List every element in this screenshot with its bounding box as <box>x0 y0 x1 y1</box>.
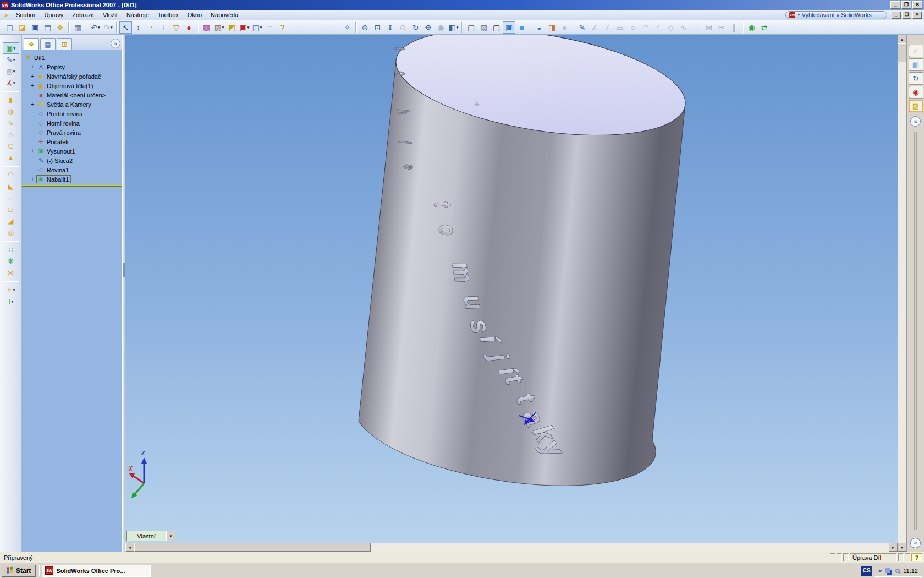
lofted-boss-button[interactable]: ∩ <box>3 129 19 140</box>
sketch-fillet-button[interactable]: ◜ <box>652 21 664 34</box>
taskbar-window-button[interactable]: SW SolidWorks Office Pro... <box>42 565 151 577</box>
minimize-button[interactable]: _ <box>890 1 900 9</box>
tree-item-vysunout1[interactable]: +▣Vysunout1 <box>22 146 122 156</box>
menu-soubor[interactable]: Soubor <box>12 10 40 19</box>
cylinder-model[interactable]: t o h l e t o m u s í j í t t <box>359 35 692 486</box>
scroll-left-button[interactable]: ◄ <box>125 543 134 552</box>
undo-button[interactable]: ↶▾ <box>89 21 102 34</box>
undo-dropdown-icon[interactable]: ▾ <box>98 25 100 30</box>
tree-item-skica2[interactable]: ✎(-) Skica2 <box>22 156 122 165</box>
propertymanager-tab[interactable]: ▤ <box>40 38 56 50</box>
menu-zobrazit[interactable]: Zobrazit <box>68 10 98 19</box>
section-view-button[interactable]: ◨ <box>546 21 558 34</box>
scroll-up-button[interactable]: ▲ <box>898 35 906 43</box>
sketch-button[interactable]: ✎ <box>576 21 588 34</box>
rollback-bar[interactable] <box>22 185 122 187</box>
tree-item-horni-rovina[interactable]: ◇Horní rovina <box>22 118 122 128</box>
shell-button[interactable]: □ <box>3 204 19 215</box>
vertical-scroll-track[interactable] <box>898 62 906 543</box>
select-button[interactable]: ↖ <box>119 21 132 34</box>
view-orientation-value[interactable]: Vlastní <box>127 531 166 541</box>
extruded-cut-button[interactable]: C <box>3 140 19 152</box>
zoom-to-selection-button[interactable]: ⊙ <box>397 21 409 34</box>
edrawings-button[interactable]: ◉ <box>745 21 758 34</box>
menu-vlozit[interactable]: Vložit <box>98 10 122 19</box>
appearances-scenes-tab[interactable]: ▨ <box>909 100 923 112</box>
tree-item-material[interactable]: ≡Materiál <není určen> <box>22 90 122 100</box>
solidworks-search-box[interactable]: SW ▾ Vyhledávání v SolidWorks <box>785 11 887 19</box>
texture-button[interactable]: ▨▾ <box>213 21 226 34</box>
reference-geometry-button[interactable]: ✧▾ <box>3 284 19 296</box>
make-drawing-button[interactable]: ▤ <box>41 21 54 34</box>
mdi-restore-button[interactable]: ❐ <box>902 12 911 19</box>
view-orientation-dropdown[interactable]: ▾ <box>166 531 175 541</box>
tree-item-predni-rovina[interactable]: ◇Přední rovina <box>22 109 122 118</box>
network-tray-icon[interactable] <box>885 568 890 573</box>
fillet-button[interactable]: ◠ <box>3 169 19 181</box>
pan-button[interactable]: ✥ <box>422 21 435 34</box>
draft-button[interactable]: ◢ <box>3 215 19 227</box>
featuremanager-tab[interactable]: ❖ <box>24 38 39 50</box>
tree-item-popisy[interactable]: +APopisy <box>22 62 122 72</box>
scroll-right-button[interactable]: ► <box>889 543 898 552</box>
wireframe-button[interactable]: ▢ <box>465 21 477 34</box>
scroll-down-button[interactable]: ▼ <box>898 543 906 552</box>
horizontal-scroll-thumb[interactable] <box>134 543 371 552</box>
taskbar-clock[interactable]: 11:12 <box>903 568 918 574</box>
configurationmanager-tab[interactable]: ⊞ <box>57 38 72 50</box>
appearance-button[interactable]: ▩ <box>200 21 213 34</box>
dome-button[interactable]: ▲ <box>3 152 19 163</box>
features-flyout-button[interactable]: ▣▾ <box>3 42 19 54</box>
menu-toolbox[interactable]: Toolbox <box>153 10 183 19</box>
menu-upravy[interactable]: Úpravy <box>40 10 68 19</box>
menu-nastroje[interactable]: Nástroje <box>122 10 153 19</box>
display-states-button[interactable]: ◩ <box>226 21 238 34</box>
print-button[interactable]: ▦ <box>72 21 84 34</box>
measure-button[interactable]: ◔ <box>145 21 157 34</box>
tree-item-prava-rovina[interactable]: ◇Pravá rovina <box>22 128 122 137</box>
help-button[interactable]: ? <box>276 21 289 34</box>
photoworks-button[interactable]: ▣▾ <box>238 21 251 34</box>
hidden-lines-visible-button[interactable]: ▧ <box>477 21 490 34</box>
line-button[interactable]: ∕ <box>601 21 614 34</box>
magnifier-tray-icon[interactable] <box>895 569 900 573</box>
zoom-in-out-button[interactable]: ⇕ <box>384 21 397 34</box>
point-button[interactable]: · <box>690 21 702 34</box>
panel-expand-chevron[interactable]: » <box>111 39 120 48</box>
open-button[interactable]: ◪ <box>16 21 29 34</box>
hidden-lines-removed-button[interactable]: ▢ <box>490 21 503 34</box>
mdi-minimize-button[interactable]: _ <box>892 12 901 19</box>
circular-pattern-button[interactable]: ❋ <box>3 255 19 267</box>
traffic-light-button[interactable]: ● <box>183 21 195 34</box>
title-bar[interactable]: SW SolidWorks Office Professional 2007 -… <box>0 0 924 10</box>
menu-okno[interactable]: Okno <box>183 10 206 19</box>
design-library-tab[interactable]: ▥ <box>909 58 923 71</box>
viewport-layout-dropdown-icon[interactable]: ▾ <box>260 25 262 30</box>
tree-item-pocatek[interactable]: ✛Počátek <box>22 137 122 146</box>
zoom-to-area-button[interactable]: ⊡ <box>371 21 384 34</box>
drag-3d-button[interactable]: ↕ <box>132 21 145 34</box>
dimxpert-flyout-button[interactable]: ∡▾ <box>3 77 19 89</box>
mirror-entities-button[interactable]: ⋈ <box>702 21 715 34</box>
mirror-button[interactable]: ⋈ <box>3 267 19 279</box>
expand-icon[interactable]: + <box>31 176 37 182</box>
menu-napoveda[interactable]: Nápověda <box>206 10 243 19</box>
shaded-with-edges-button[interactable]: ▣ <box>503 21 515 34</box>
vertical-scrollbar[interactable]: ▲ ▼ <box>898 35 906 552</box>
rib-button[interactable]: ⌐ <box>3 192 19 204</box>
arc-button[interactable]: ◠ <box>639 21 652 34</box>
save-button[interactable]: ▣ <box>29 21 41 34</box>
offset-entities-button[interactable]: ∥ <box>728 21 740 34</box>
task-pane-collapse-chevron[interactable]: « <box>910 116 921 127</box>
expand-icon[interactable]: + <box>31 148 37 154</box>
solidworks-resources-tab[interactable]: ⌂ <box>909 45 923 57</box>
task-pane-grip[interactable] <box>914 132 917 530</box>
circle-button[interactable]: ○ <box>626 21 639 34</box>
search-dropdown-icon[interactable]: ▾ <box>798 13 800 17</box>
realview-button[interactable]: ● <box>558 21 571 34</box>
task-pane-collapse-chevron-bottom[interactable]: « <box>910 538 921 548</box>
standard-views-button[interactable]: ◧▾ <box>447 21 460 34</box>
language-indicator[interactable]: CS <box>861 566 872 576</box>
chamfer-button[interactable]: ◣ <box>3 181 19 192</box>
texture-dropdown-icon[interactable]: ▾ <box>222 25 224 30</box>
